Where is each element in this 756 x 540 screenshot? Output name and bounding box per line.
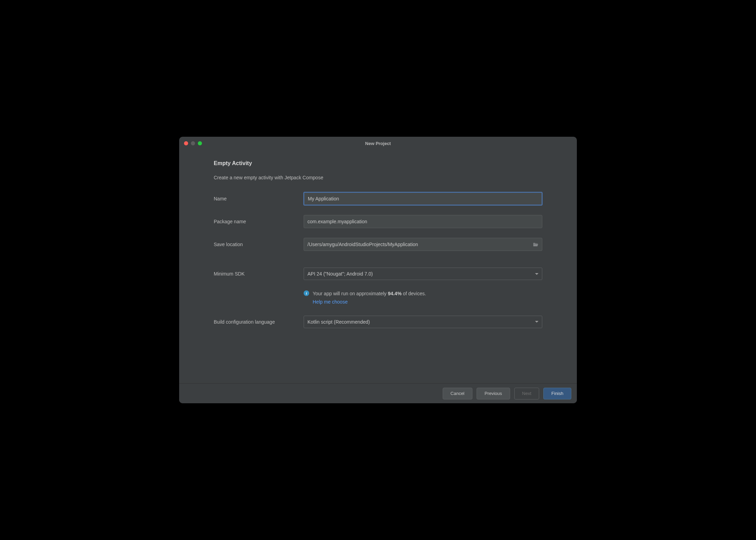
package-name-input[interactable]: [304, 215, 542, 228]
build-config-value: Kotlin script (Recommended): [307, 319, 370, 325]
name-label: Name: [214, 196, 304, 201]
build-config-row: Build configuration language Kotlin scri…: [214, 316, 542, 328]
folder-open-icon[interactable]: [533, 242, 539, 247]
minimum-sdk-value: API 24 ("Nougat"; Android 7.0): [307, 271, 373, 277]
window-title: New Project: [365, 141, 391, 146]
name-row: Name: [214, 192, 542, 205]
chevron-down-icon: [535, 321, 538, 323]
titlebar: New Project: [179, 137, 577, 150]
minimum-sdk-label: Minimum SDK: [214, 271, 304, 277]
close-window-button[interactable]: [184, 141, 188, 145]
previous-button[interactable]: Previous: [477, 388, 510, 399]
name-input[interactable]: [304, 192, 542, 205]
sdk-info-row: i Your app will run on approximately 94.…: [214, 290, 542, 306]
next-button: Next: [514, 388, 540, 399]
minimum-sdk-select[interactable]: API 24 ("Nougat"; Android 7.0): [304, 268, 542, 280]
save-location-row: Save location: [214, 238, 542, 251]
traffic-lights: [184, 141, 202, 145]
content-area: Empty Activity Create a new empty activi…: [179, 150, 577, 383]
page-heading: Empty Activity: [214, 160, 542, 166]
finish-button[interactable]: Finish: [543, 388, 571, 399]
build-config-label: Build configuration language: [214, 319, 304, 325]
help-me-choose-link[interactable]: Help me choose: [313, 298, 426, 306]
package-name-row: Package name: [214, 215, 542, 228]
maximize-window-button[interactable]: [198, 141, 202, 145]
package-name-label: Package name: [214, 219, 304, 224]
chevron-down-icon: [535, 273, 538, 275]
save-location-input[interactable]: [304, 238, 542, 251]
save-location-label: Save location: [214, 242, 304, 247]
minimize-window-button[interactable]: [191, 141, 195, 145]
info-icon: i: [304, 290, 309, 296]
minimum-sdk-row: Minimum SDK API 24 ("Nougat"; Android 7.…: [214, 268, 542, 280]
build-config-select[interactable]: Kotlin script (Recommended): [304, 316, 542, 328]
page-subtitle: Create a new empty activity with Jetpack…: [214, 175, 542, 180]
sdk-info-text: Your app will run on approximately 94.4%…: [313, 290, 426, 306]
new-project-dialog: New Project Empty Activity Create a new …: [179, 137, 577, 403]
dialog-footer: Cancel Previous Next Finish: [179, 383, 577, 403]
cancel-button[interactable]: Cancel: [443, 388, 472, 399]
